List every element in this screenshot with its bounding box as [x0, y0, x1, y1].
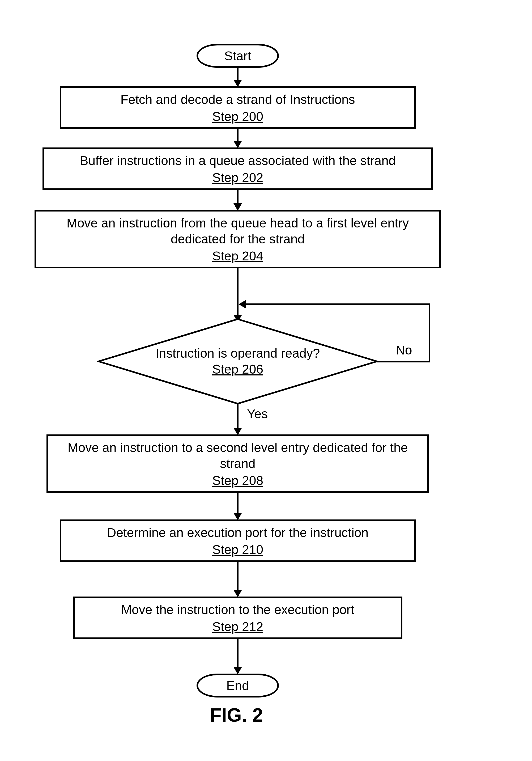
decision-step-206-step: Step 206	[132, 361, 344, 377]
decision-step-206-label: Instruction is operand ready?	[132, 345, 344, 361]
process-step-204-label: Move an instruction from the queue head …	[47, 215, 429, 247]
arrow	[237, 68, 239, 81]
decision-step-206-label-wrap: Instruction is operand ready? Step 206	[132, 345, 344, 377]
decision-yes-label: Yes	[247, 407, 268, 421]
arrowhead-left-icon	[239, 300, 246, 309]
terminator-start: Start	[196, 44, 279, 68]
arrow	[237, 268, 239, 304]
arrowhead-down-icon	[234, 141, 242, 148]
process-step-200-label: Fetch and decode a strand of Instruction…	[120, 92, 355, 108]
process-step-210: Determine an execution port for the inst…	[60, 519, 416, 562]
arrowhead-down-icon	[234, 513, 242, 520]
process-step-212: Move the instruction to the execution po…	[73, 597, 402, 639]
process-step-208: Move an instruction to a second level en…	[46, 435, 429, 493]
process-step-210-step: Step 210	[212, 542, 263, 557]
terminator-start-label: Start	[224, 49, 251, 63]
process-step-200-step: Step 200	[212, 109, 263, 124]
arrow	[377, 361, 430, 362]
figure-caption: FIG. 2	[210, 704, 263, 726]
process-step-202-label: Buffer instructions in a queue associate…	[80, 153, 396, 169]
process-step-204-step: Step 204	[212, 249, 263, 263]
process-step-208-label: Move an instruction to a second level en…	[59, 440, 417, 472]
arrowhead-down-icon	[234, 590, 242, 597]
decision-no-label: No	[396, 343, 412, 357]
terminator-end: End	[196, 673, 279, 697]
arrowhead-down-icon	[234, 428, 242, 435]
arrow	[237, 639, 239, 668]
process-step-200: Fetch and decode a strand of Instruction…	[60, 87, 416, 129]
arrowhead-down-icon	[234, 667, 242, 674]
arrow	[237, 404, 239, 429]
arrowhead-down-icon	[234, 203, 242, 211]
process-step-204: Move an instruction from the queue head …	[34, 210, 441, 268]
arrow	[237, 129, 239, 142]
arrow	[237, 562, 239, 591]
process-step-212-label: Move the instruction to the execution po…	[121, 602, 354, 618]
terminator-end-label: End	[226, 678, 249, 693]
process-step-202: Buffer instructions in a queue associate…	[42, 147, 433, 190]
flowchart-canvas: Start Fetch and decode a strand of Instr…	[0, 0, 532, 761]
process-step-212-step: Step 212	[212, 619, 263, 634]
arrow	[429, 304, 430, 362]
process-step-210-label: Determine an execution port for the inst…	[107, 525, 369, 541]
arrow	[237, 493, 239, 514]
process-step-202-step: Step 202	[212, 170, 263, 185]
arrow	[246, 304, 430, 305]
arrowhead-down-icon	[234, 80, 242, 87]
process-step-208-step: Step 208	[212, 473, 263, 488]
arrow	[237, 190, 239, 205]
